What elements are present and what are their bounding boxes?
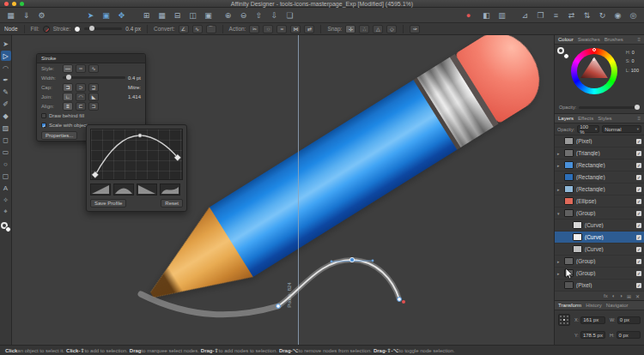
layer-mask-icon[interactable]: ◐: [612, 293, 616, 298]
fill-tool[interactable]: ◆: [1, 111, 11, 121]
layer-visibility-checkbox[interactable]: [636, 223, 641, 228]
layer-visibility-checkbox[interactable]: [636, 259, 641, 264]
shade-selector-dot[interactable]: [592, 58, 595, 61]
panel-menu-icon[interactable]: ≡: [637, 37, 641, 42]
draw-behind-fill-checkbox[interactable]: [41, 113, 46, 118]
expand-arrow-icon[interactable]: ▸: [557, 163, 562, 168]
pixel-persona-icon[interactable]: ▣: [100, 9, 112, 21]
corner-tool[interactable]: ◠: [1, 63, 11, 73]
vector-brush-tool[interactable]: ✐: [1, 99, 11, 109]
panel-menu-icon[interactable]: ≡: [637, 116, 641, 121]
tab-swatches[interactable]: Swatches: [578, 37, 600, 42]
scale-with-object-checkbox[interactable]: [41, 123, 46, 128]
x-input[interactable]: 161 px: [580, 316, 605, 324]
convert-smooth-icon[interactable]: ∿: [192, 25, 203, 33]
boolean-add-icon[interactable]: ◉: [612, 9, 623, 21]
rounded-rectangle-tool[interactable]: ▢: [1, 171, 11, 181]
reverse-curve-icon[interactable]: ⇄: [304, 25, 314, 33]
pressure-preset-ramp-up[interactable]: [90, 184, 111, 196]
layer-visibility-checkbox[interactable]: [636, 139, 641, 144]
mitre-value[interactable]: 1.414: [128, 94, 141, 99]
pressure-preset-ramp-down[interactable]: [137, 184, 157, 196]
tab-brushes[interactable]: Brushes: [605, 37, 623, 42]
snap-grid-icon[interactable]: ▦: [156, 9, 167, 21]
layer-visibility-checkbox[interactable]: [636, 283, 641, 288]
zoom-tool[interactable]: ⌖: [1, 207, 11, 217]
layer-row[interactable]: ▸(Triangle): [555, 147, 644, 159]
rectangle-tool[interactable]: ▭: [1, 147, 11, 157]
export-persona-icon[interactable]: ✥: [116, 9, 127, 21]
preferences-icon[interactable]: ⚙: [36, 9, 47, 21]
break-curve-icon[interactable]: ✂: [249, 25, 259, 33]
y-input[interactable]: 178.5 px: [580, 331, 605, 339]
tab-effects[interactable]: Effects: [578, 116, 593, 121]
move-tool[interactable]: ➤: [1, 39, 11, 49]
canvas[interactable]: Pixels: 824 Stroke Style: — ┅: [12, 35, 554, 345]
align-inside-icon[interactable]: ⊏: [76, 102, 86, 111]
align-outside-icon[interactable]: ⊐: [88, 102, 99, 111]
fill-stroke-indicator[interactable]: [1, 222, 11, 232]
record-macro-icon[interactable]: ●: [463, 9, 474, 21]
pressure-preset-wave[interactable]: [160, 184, 180, 196]
pencil-tool[interactable]: ✎: [1, 87, 11, 97]
move-to-back-icon[interactable]: ⇩: [269, 9, 280, 21]
transparency-tool[interactable]: ▨: [1, 123, 11, 133]
rotate-icon[interactable]: ↻: [597, 9, 608, 21]
curve-node[interactable]: [398, 298, 402, 302]
layer-visibility-checkbox[interactable]: [636, 163, 641, 168]
snapping-toggle-icon[interactable]: ⊞: [141, 9, 152, 21]
layer-visibility-checkbox[interactable]: [636, 187, 641, 192]
layer-visibility-checkbox[interactable]: [636, 199, 641, 204]
stroke-panel-title[interactable]: Stroke: [37, 54, 145, 63]
expand-arrow-icon[interactable]: ▾: [557, 211, 562, 216]
join-curves-icon[interactable]: ⋈: [290, 25, 301, 33]
stroke-width-value[interactable]: 0.4 pt: [128, 75, 141, 81]
expand-arrow-icon[interactable]: ▸: [557, 271, 562, 276]
swatch-mode-icon[interactable]: ▥: [496, 9, 507, 21]
preview-mode-icon[interactable]: ◧: [481, 9, 492, 21]
snap-to-geometry-icon[interactable]: ⊹: [345, 25, 355, 33]
node-tool[interactable]: ▷: [1, 51, 11, 61]
tab-layers[interactable]: Layers: [558, 116, 574, 121]
close-window-button[interactable]: [4, 2, 9, 6]
smooth-curve-icon[interactable]: ≈: [276, 25, 287, 33]
pressure-handle-mid[interactable]: [138, 134, 142, 137]
join-round-icon[interactable]: ◠: [76, 93, 86, 101]
move-to-front-icon[interactable]: ⇧: [253, 9, 264, 21]
control-handle[interactable]: [372, 260, 374, 262]
stroke-width-slider[interactable]: [84, 27, 122, 30]
duplicate-icon[interactable]: ❐: [535, 9, 546, 21]
tab-colour[interactable]: Colour: [558, 37, 574, 42]
snap-objects-icon[interactable]: ◫: [187, 9, 198, 21]
artistic-text-tool[interactable]: A: [1, 183, 11, 193]
tab-history[interactable]: History: [586, 303, 602, 308]
colour-picker-tool[interactable]: ✧: [1, 195, 11, 205]
flip-horizontal-icon[interactable]: ⇄: [566, 9, 577, 21]
curve-path[interactable]: [278, 260, 399, 306]
lightness-value[interactable]: 100: [631, 68, 639, 73]
force-pixel-alignment-icon[interactable]: ▣: [203, 9, 214, 21]
layer-row[interactable]: ▸(Rectangle): [555, 159, 644, 171]
layer-row[interactable]: (Rectangle): [555, 171, 644, 184]
snap-alignment-icon[interactable]: ◇: [386, 25, 397, 33]
snap-off-curves-icon[interactable]: ∴: [359, 25, 369, 33]
cap-square-icon[interactable]: ⊒: [88, 83, 99, 92]
save-profile-button[interactable]: Save Profile: [90, 199, 126, 208]
layer-effects-icon[interactable]: fx: [604, 293, 608, 298]
properties-button[interactable]: Properties...: [41, 131, 77, 140]
designer-persona-icon[interactable]: ➤: [85, 9, 96, 21]
layer-opacity-dropdown[interactable]: 100 %▾: [577, 125, 599, 133]
colour-wheel[interactable]: [571, 48, 617, 94]
tab-navigator[interactable]: Navigator: [606, 303, 629, 308]
stroke-width-value[interactable]: 0.4 px: [125, 26, 141, 32]
insert-behind-icon[interactable]: ⊖: [238, 9, 249, 21]
insert-inside-icon[interactable]: ⊕: [222, 9, 234, 21]
boolean-subtract-icon[interactable]: ◎: [628, 9, 639, 21]
pen-tool[interactable]: ✒: [1, 75, 11, 85]
pressure-graph[interactable]: [90, 129, 183, 180]
pressure-handle-start[interactable]: [92, 171, 99, 178]
close-curve-icon[interactable]: ◌: [263, 25, 273, 33]
flip-vertical-icon[interactable]: ⇅: [581, 9, 592, 21]
delete-layer-icon[interactable]: ✕: [635, 293, 640, 299]
curve-end-point[interactable]: [402, 300, 405, 304]
